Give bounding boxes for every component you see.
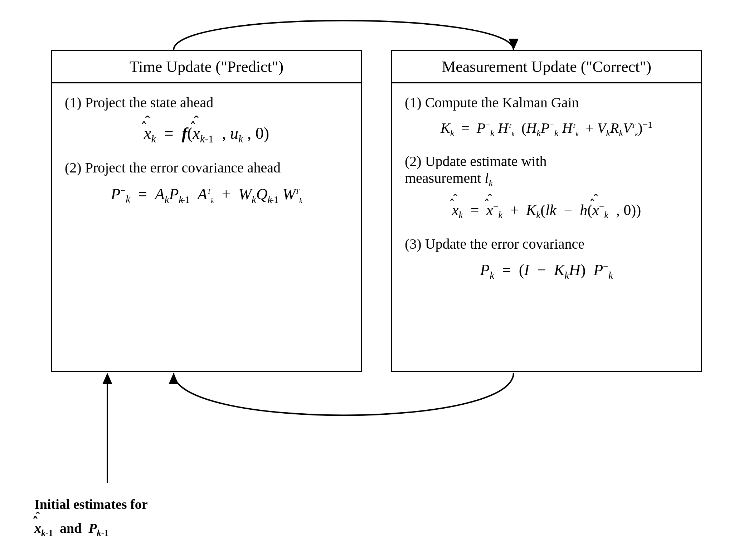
time-step2-formula: P−k = AkPk‑1 ATk + WkQk‑1 WTk <box>65 185 348 205</box>
time-step2-label: (2) Project the error covariance ahead <box>65 159 348 176</box>
time-step1-formula: ̂ x k = f(̂xk‑1 , uk , 0) <box>65 120 348 145</box>
time-step1-label: (1) Project the state ahead <box>65 94 348 111</box>
boxes-row: Time Update ("Predict") (1) Project the … <box>18 50 735 372</box>
svg-marker-0 <box>509 39 519 50</box>
meas-step1-label: (1) Compute the Kalman Gain <box>405 94 688 111</box>
meas-step2-label: (2) Update estimate withmeasurement lk <box>405 153 688 189</box>
measurement-update-box: Measurement Update ("Correct") (1) Compu… <box>391 50 702 372</box>
meas-step1-formula: Kk = P−k HTk (HkP−k HTk + VkRkVTk)−1 <box>405 120 688 138</box>
svg-marker-1 <box>169 373 179 384</box>
meas-step3-formula: Pk = (I − KkH) P−k <box>405 261 688 281</box>
initial-estimates-line1: Initial estimates for <box>34 495 148 514</box>
main-container: Time Update ("Predict") (1) Project the … <box>0 0 753 560</box>
measurement-update-header: Measurement Update ("Correct") <box>392 51 701 83</box>
time-update-header: Time Update ("Predict") <box>52 51 361 83</box>
time-update-box: Time Update ("Predict") (1) Project the … <box>51 50 362 372</box>
initial-estimates-line2: ̂ x k‑1 and Pk‑1 <box>34 514 148 539</box>
svg-marker-3 <box>102 373 112 384</box>
initial-estimates-text: Initial estimates for ̂ x k‑1 and Pk‑1 <box>34 495 148 539</box>
meas-step3-label: (3) Update the error covariance <box>405 235 688 252</box>
measurement-update-content: (1) Compute the Kalman Gain Kk = P−k HTk… <box>392 83 701 306</box>
meas-step2-formula: ̂ x k = ̂x−k + Kk(lk − h(̂x−k , 0)) <box>405 197 688 221</box>
time-update-content: (1) Project the state ahead ̂ x k = f(̂x… <box>52 83 361 230</box>
